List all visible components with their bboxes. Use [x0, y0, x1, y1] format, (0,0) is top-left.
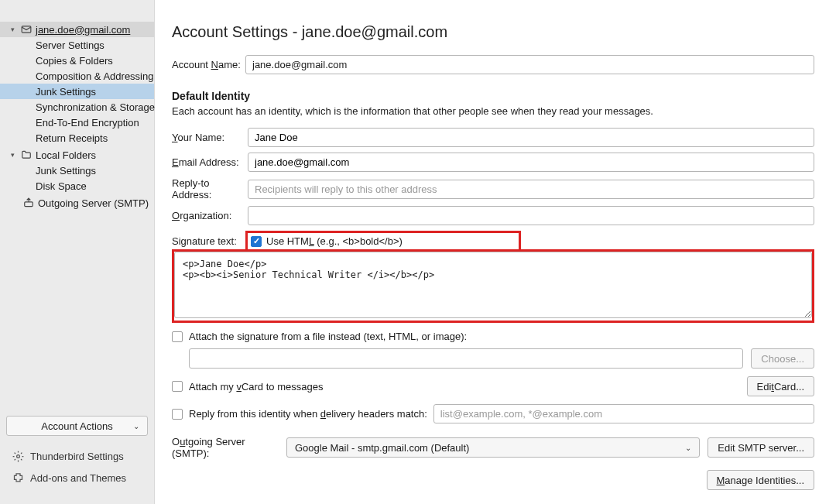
choose-file-button[interactable]: Choose... [751, 348, 814, 369]
account-label: jane.doe@gmail.com [36, 24, 130, 36]
account-tree: ▾ jane.doe@gmail.com Server Settings Cop… [0, 0, 154, 416]
chevron-down-icon: ▾ [11, 26, 19, 33]
mail-icon [21, 24, 32, 35]
sidebar-footer: Thunderbird Settings Add-ons and Themes [0, 442, 154, 504]
page-title: Account Settings - jane.doe@gmail.com [172, 23, 814, 41]
default-identity-desc: Each account has an identity, which is t… [172, 105, 814, 117]
signature-text-label: Signature text: [172, 235, 248, 247]
signature-file-path-input[interactable] [189, 348, 743, 369]
account-label: Local Folders [36, 149, 96, 161]
email-label: Email Address: [172, 156, 248, 168]
email-input[interactable] [248, 153, 814, 172]
sidebar-item-copies-folders[interactable]: Copies & Folders [0, 53, 154, 68]
default-identity-head: Default Identity [172, 90, 814, 102]
signature-textarea[interactable] [174, 252, 812, 318]
manage-identities-button[interactable]: Manage Identities... [707, 470, 814, 490]
sidebar-item-e2e-encryption[interactable]: End-To-End Encryption [0, 115, 154, 130]
account-name-label: Account Name: [172, 59, 245, 70]
reply-to-input[interactable] [248, 180, 814, 199]
your-name-label: Your Name: [172, 132, 248, 143]
edit-card-button[interactable]: Edit Card... [747, 376, 814, 396]
reply-match-checkbox[interactable] [172, 409, 183, 420]
outbox-icon [23, 197, 34, 208]
puzzle-icon [12, 472, 24, 484]
chevron-down-icon: ⌄ [685, 444, 691, 452]
svg-point-2 [17, 454, 20, 458]
svg-rect-1 [25, 202, 33, 207]
organization-input[interactable] [248, 206, 814, 225]
sidebar-item-return-receipts[interactable]: Return Receipts [0, 130, 154, 146]
account-name-input[interactable] [245, 55, 814, 74]
attach-file-checkbox[interactable] [172, 331, 183, 342]
smtp-label: Outgoing Server (SMTP): [172, 436, 279, 459]
highlight-use-html: ✓ Use HTML (e.g., <b>bold</b>) [245, 231, 521, 252]
sidebar-item-outgoing-smtp[interactable]: Outgoing Server (SMTP) [0, 195, 154, 211]
sidebar-item-disk-space[interactable]: Disk Space [0, 178, 154, 194]
account-actions-menu[interactable]: Account Actions ⌄ [6, 416, 148, 436]
main-panel: Account Settings - jane.doe@gmail.com Ac… [155, 0, 836, 504]
thunderbird-settings-link[interactable]: Thunderbird Settings [6, 445, 148, 467]
sidebar-item-junk-settings[interactable]: Junk Settings [0, 84, 154, 99]
sidebar-item-composition[interactable]: Composition & Addressing [0, 68, 154, 84]
chevron-down-icon: ⌄ [133, 422, 139, 430]
highlight-signature-textarea [172, 249, 814, 323]
your-name-input[interactable] [248, 128, 814, 147]
chevron-down-icon: ▾ [11, 151, 19, 159]
reply-match-label: Reply from this identity when delivery h… [189, 408, 427, 420]
attach-vcard-checkbox[interactable] [172, 381, 183, 392]
smtp-select[interactable]: Google Mail - smtp.gmail.com (Default) ⌄ [286, 437, 700, 458]
organization-label: Organization: [172, 210, 248, 221]
use-html-checkbox[interactable]: ✓ [251, 236, 262, 247]
attach-vcard-label: Attach my vCard to messages [189, 381, 323, 393]
account-jane-doe[interactable]: ▾ jane.doe@gmail.com [0, 22, 154, 37]
use-html-label: Use HTML (e.g., <b>bold</b>) [266, 235, 403, 247]
edit-smtp-button[interactable]: Edit SMTP server... [708, 437, 814, 458]
account-local-folders[interactable]: ▾ Local Folders [0, 147, 154, 163]
reply-match-input[interactable] [433, 404, 814, 423]
addons-themes-link[interactable]: Add-ons and Themes [6, 467, 148, 489]
folder-icon [21, 149, 32, 160]
gear-icon [12, 451, 24, 462]
sidebar-item-server-settings[interactable]: Server Settings [0, 37, 154, 53]
attach-file-label: Attach the signature from a file instead… [189, 331, 467, 342]
sidebar-item-local-junk[interactable]: Junk Settings [0, 163, 154, 178]
reply-to-label: Reply-to Address: [172, 177, 248, 201]
sidebar-item-sync-storage[interactable]: Synchronization & Storage [0, 99, 154, 115]
sidebar: ▾ jane.doe@gmail.com Server Settings Cop… [0, 0, 155, 504]
